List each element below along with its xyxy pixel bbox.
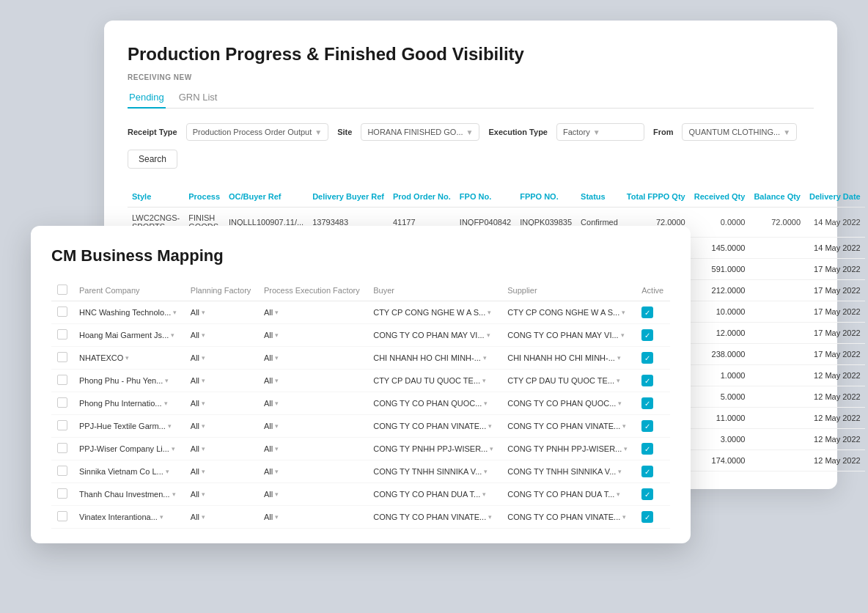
row-checkbox[interactable] (57, 329, 67, 339)
process-execution-factory-dropdown[interactable]: All▾ (264, 331, 361, 339)
supplier-dropdown[interactable]: CONG TY CO PHAN DUA T...▾ (507, 490, 630, 499)
process-execution-factory-dropdown[interactable]: All▾ (264, 422, 361, 430)
parent-company-dropdown[interactable]: Vinatex Interantiona...▾ (79, 513, 179, 521)
process-execution-factory-dropdown[interactable]: All▾ (264, 353, 361, 362)
tab-pending[interactable]: Pending (128, 87, 166, 109)
row-checkbox[interactable] (57, 511, 67, 521)
buyer-dropdown[interactable]: CONG TY CO PHAN VINATE...▾ (373, 422, 496, 430)
row-checkbox[interactable] (57, 466, 67, 476)
row-checkbox[interactable] (57, 397, 67, 408)
receipt-type-select[interactable]: Production Process Order Output ▼ (186, 123, 329, 141)
process-execution-factory-dropdown[interactable]: All▾ (264, 513, 361, 521)
planning-factory-dropdown[interactable]: All▾ (191, 308, 252, 317)
buyer-dropdown[interactable]: CONG TY CO PHAN QUOC...▾ (373, 399, 496, 408)
parent-company-dropdown[interactable]: Phong Phu Internatio...▾ (79, 399, 179, 408)
buyer-dropdown[interactable]: CONG TY CO PHAN VINATE...▾ (373, 513, 496, 521)
parent-company-dropdown[interactable]: Thanh Chau Investmen...▾ (79, 490, 179, 499)
col-style: Style (128, 186, 184, 208)
planning-factory-dropdown[interactable]: All▾ (191, 513, 252, 521)
planning-factory-dropdown[interactable]: All▾ (191, 399, 252, 408)
row-checkbox[interactable] (57, 420, 67, 430)
scene: Production Progress & Finished Good Visi… (31, 21, 837, 592)
buyer-dropdown[interactable]: CONG TY CO PHAN MAY VI...▾ (373, 331, 496, 339)
supplier-dropdown[interactable]: CONG TY CO PHAN VINATE...▾ (507, 513, 630, 521)
planning-factory-dropdown[interactable]: All▾ (191, 353, 252, 362)
mapping-row: Sinnika Vietnam Co L...▾All▾All▾CONG TY … (51, 460, 670, 483)
search-button[interactable]: Search (128, 150, 177, 169)
mapping-row: Thanh Chau Investmen...▾All▾All▾CONG TY … (51, 483, 670, 506)
from-select[interactable]: QUANTUM CLOTHING... ▼ (682, 123, 797, 141)
col-buyer: Buyer (367, 280, 501, 301)
col-delivery-date: Delivery Date (805, 186, 865, 208)
buyer-dropdown[interactable]: CTY CP CONG NGHE W A S...▾ (373, 308, 496, 317)
active-checkbox[interactable]: ✓ (641, 420, 653, 432)
col-supplier: Supplier (501, 280, 636, 301)
active-checkbox[interactable]: ✓ (641, 329, 653, 341)
planning-factory-dropdown[interactable]: All▾ (191, 376, 252, 385)
mapping-table: Parent Company Planning Factory Process … (51, 280, 670, 529)
tabs-bar: Pending GRN List (128, 87, 814, 109)
planning-factory-dropdown[interactable]: All▾ (191, 331, 252, 339)
process-execution-factory-dropdown[interactable]: All▾ (264, 490, 361, 499)
process-execution-factory-dropdown[interactable]: All▾ (264, 376, 361, 385)
parent-company-dropdown[interactable]: PPJ-Wiser Company Li...▾ (79, 444, 179, 453)
receipt-type-label: Receipt Type (128, 128, 177, 136)
parent-company-dropdown[interactable]: PPJ-Hue Textile Garm...▾ (79, 422, 179, 430)
planning-factory-dropdown[interactable]: All▾ (191, 422, 252, 430)
tab-grn-list[interactable]: GRN List (177, 87, 219, 109)
planning-factory-dropdown[interactable]: All▾ (191, 467, 252, 476)
parent-company-dropdown[interactable]: Hoang Mai Garment Js...▾ (79, 331, 179, 339)
mapping-row: PPJ-Hue Textile Garm...▾All▾All▾CONG TY … (51, 415, 670, 438)
col-fpo-no: FPO No. (455, 186, 515, 208)
supplier-dropdown[interactable]: CONG TY CO PHAN MAY VI...▾ (507, 331, 630, 339)
active-checkbox[interactable]: ✓ (641, 488, 653, 500)
site-select[interactable]: HORANA FINISHED GO... ▼ (361, 123, 479, 141)
buyer-dropdown[interactable]: CONG TY TNHH SINNIKA V...▾ (373, 467, 496, 476)
buyer-dropdown[interactable]: CONG TY CO PHAN DUA T...▾ (373, 490, 496, 499)
active-checkbox[interactable]: ✓ (641, 443, 653, 455)
active-checkbox[interactable]: ✓ (641, 375, 653, 386)
active-checkbox[interactable]: ✓ (641, 397, 653, 409)
buyer-dropdown[interactable]: CTY CP DAU TU QUOC TE...▾ (373, 376, 496, 385)
supplier-dropdown[interactable]: CONG TY CO PHAN VINATE...▾ (507, 422, 630, 430)
buyer-dropdown[interactable]: CHI NHANH HO CHI MINH-...▾ (373, 353, 496, 362)
row-checkbox[interactable] (57, 488, 67, 499)
row-checkbox[interactable] (57, 443, 67, 453)
process-execution-factory-dropdown[interactable]: All▾ (264, 399, 361, 408)
active-checkbox[interactable]: ✓ (641, 306, 653, 318)
process-execution-factory-dropdown[interactable]: All▾ (264, 467, 361, 476)
row-checkbox[interactable] (57, 375, 67, 385)
cm-business-mapping-card: CM Business Mapping Parent Company Plann… (31, 226, 691, 543)
active-checkbox[interactable]: ✓ (641, 352, 653, 364)
active-checkbox[interactable]: ✓ (641, 511, 653, 523)
supplier-dropdown[interactable]: CHI NHANH HO CHI MINH-...▾ (507, 353, 630, 362)
header-checkbox[interactable] (57, 285, 67, 295)
process-execution-factory-dropdown[interactable]: All▾ (264, 444, 361, 453)
supplier-dropdown[interactable]: CONG TY TNHH SINNIKA V...▾ (507, 467, 630, 476)
execution-type-select[interactable]: Factory ▼ (556, 123, 644, 141)
active-checkbox[interactable]: ✓ (641, 466, 653, 477)
supplier-dropdown[interactable]: CONG TY CO PHAN QUOC...▾ (507, 399, 630, 408)
buyer-dropdown[interactable]: CONG TY PNHH PPJ-WISER...▾ (373, 444, 496, 453)
supplier-dropdown[interactable]: CTY CP DAU TU QUOC TE...▾ (507, 376, 630, 385)
parent-company-dropdown[interactable]: Sinnika Vietnam Co L...▾ (79, 467, 179, 476)
row-checkbox[interactable] (57, 306, 67, 317)
col-balance-qty: Balance Qty (749, 186, 805, 208)
mapping-row: PPJ-Wiser Company Li...▾All▾All▾CONG TY … (51, 438, 670, 460)
parent-company-dropdown[interactable]: HNC Washing Technolo...▾ (79, 308, 179, 317)
row-checkbox[interactable] (57, 352, 67, 362)
planning-factory-dropdown[interactable]: All▾ (191, 490, 252, 499)
site-label: Site (337, 128, 352, 136)
parent-company-dropdown[interactable]: Phong Phu - Phu Yen...▾ (79, 376, 179, 385)
supplier-dropdown[interactable]: CONG TY PNHH PPJ-WISER...▾ (507, 444, 630, 453)
production-title: Production Progress & Finished Good Visi… (128, 44, 814, 65)
supplier-dropdown[interactable]: CTY CP CONG NGHE W A S...▾ (507, 308, 630, 317)
col-oc-buyer-ref: OC/Buyer Ref (224, 186, 308, 208)
col-active: Active (636, 280, 670, 301)
process-execution-factory-dropdown[interactable]: All▾ (264, 308, 361, 317)
from-label: From (653, 128, 674, 136)
col-received-qty: Received Qty (690, 186, 750, 208)
parent-company-dropdown[interactable]: NHATEXCO▾ (79, 353, 179, 362)
mapping-row: HNC Washing Technolo...▾All▾All▾CTY CP C… (51, 301, 670, 324)
planning-factory-dropdown[interactable]: All▾ (191, 444, 252, 453)
